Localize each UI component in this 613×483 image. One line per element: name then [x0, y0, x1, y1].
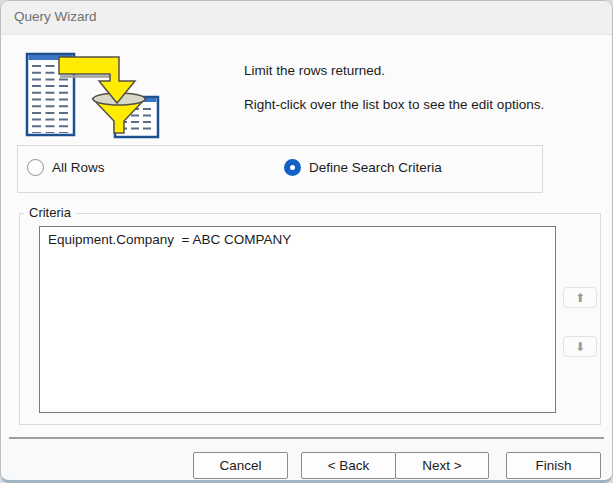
- window-title: Query Wizard: [14, 9, 97, 24]
- instruction-line-1: Limit the rows returned.: [244, 63, 385, 78]
- instruction-line-2: Right-click over the list box to see the…: [244, 97, 544, 112]
- query-wizard-graphic: [23, 49, 183, 144]
- criteria-listbox[interactable]: Equipment.Company = ABC COMPANY: [39, 226, 556, 413]
- radio-circle-checked-icon[interactable]: [284, 159, 301, 176]
- title-bar[interactable]: Query Wizard: [1, 1, 612, 35]
- back-button[interactable]: < Back: [301, 452, 396, 479]
- radio-all-rows-label: All Rows: [52, 160, 105, 175]
- cancel-button[interactable]: Cancel: [193, 452, 288, 479]
- radio-circle-unchecked-icon[interactable]: [27, 159, 44, 176]
- move-up-button[interactable]: ⬆: [563, 287, 597, 308]
- radio-all-rows[interactable]: All Rows: [27, 159, 105, 176]
- criteria-group-label: Criteria: [24, 205, 76, 220]
- move-down-button[interactable]: ⬇: [563, 336, 597, 357]
- radio-define-search-criteria-label: Define Search Criteria: [309, 160, 442, 175]
- radio-define-search-criteria[interactable]: Define Search Criteria: [284, 159, 442, 176]
- down-arrow-icon: ⬇: [575, 340, 585, 354]
- finish-button[interactable]: Finish: [506, 452, 601, 479]
- query-wizard-dialog: Query Wizard Limit the rows r: [0, 0, 613, 483]
- row-options-panel: All Rows Define Search Criteria: [17, 145, 543, 193]
- next-button[interactable]: Next >: [395, 452, 489, 479]
- up-arrow-icon: ⬆: [575, 291, 585, 305]
- criteria-list-item[interactable]: Equipment.Company = ABC COMPANY: [40, 227, 555, 252]
